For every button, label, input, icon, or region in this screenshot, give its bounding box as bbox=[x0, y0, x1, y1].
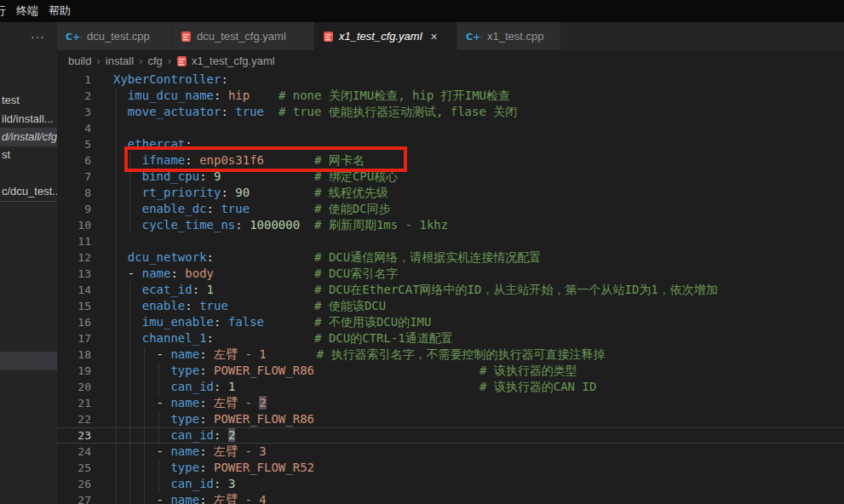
code-line-3[interactable]: 3 move_actuator: true # true 使能执行器运动测试, … bbox=[57, 104, 844, 120]
breadcrumb[interactable]: build›install›cfg›x1_test_cfg.yaml bbox=[57, 50, 844, 72]
code-line-22[interactable]: 22 type: POWER_FLOW_R86 bbox=[57, 411, 844, 427]
token-p: : bbox=[221, 186, 235, 199]
breadcrumb-item-install[interactable]: install bbox=[106, 54, 134, 67]
tab-x1_test.cpp[interactable]: C++x1_test.cpp bbox=[457, 22, 560, 50]
menu-item-终端[interactable]: 终端 bbox=[16, 3, 38, 19]
token-p: : bbox=[199, 347, 214, 361]
code-text: - name: 左臂 - 1 # 执行器索引名字，不需要控制的执行器可直接注释掉 bbox=[113, 346, 606, 363]
code-line-15[interactable]: 15 enable: true # 使能该DCU bbox=[57, 298, 844, 314]
token-c: # DCU索引名字 bbox=[314, 266, 398, 280]
token-p: : bbox=[199, 493, 214, 504]
breadcrumb-file[interactable]: x1_test_cfg.yaml bbox=[176, 54, 275, 67]
token-k: type bbox=[170, 364, 199, 377]
token-p bbox=[113, 153, 142, 167]
breadcrumb-item-build[interactable]: build bbox=[68, 54, 91, 67]
code-line-24[interactable]: 24 - name: 左臂 - 3 bbox=[57, 444, 844, 460]
token-b: true bbox=[235, 105, 264, 118]
code-line-19[interactable]: 19 type: POWER_FLOW_R86 # 该执行器的类型 bbox=[57, 363, 844, 379]
token-c: # 使能该DCU bbox=[314, 299, 386, 312]
token-n: 3 bbox=[228, 477, 235, 490]
sidebar-list-item[interactable]: test bbox=[0, 92, 57, 109]
token-c: # none 关闭IMU检查, hip 打开IMU检查 bbox=[278, 89, 510, 102]
sidebar-list-item[interactable] bbox=[0, 352, 57, 370]
cpp-file-icon: C++ bbox=[66, 32, 82, 42]
tab-dcu_test_cfg.yaml[interactable]: dcu_test_cfg.yaml bbox=[172, 22, 313, 50]
token-p bbox=[250, 89, 278, 102]
sidebar-list-item[interactable]: ild/install... bbox=[0, 111, 57, 128]
close-tab-icon[interactable]: × bbox=[431, 31, 438, 43]
code-text: - name: body # DCU索引名字 bbox=[113, 266, 398, 282]
tab-x1_test_cfg.yaml[interactable]: x1_test_cfg.yaml× bbox=[314, 22, 456, 50]
token-p bbox=[113, 186, 142, 199]
token-s: enp0s31f6 bbox=[199, 153, 264, 167]
sidebar-list-item[interactable]: c/dcu_test... bbox=[0, 183, 57, 200]
code-area[interactable]: 1XyberController:2 imu_dcu_name: hip # n… bbox=[57, 72, 844, 504]
token-p bbox=[113, 380, 170, 393]
token-p: : bbox=[185, 153, 199, 167]
code-text: dcu_network: # DCU通信网络，请根据实机连接情况配置 bbox=[113, 249, 541, 266]
code-line-7[interactable]: 7 bind_cpu: 9 # 绑定CPU核心 bbox=[57, 169, 844, 185]
code-line-21[interactable]: 21 - name: 左臂 - 2 bbox=[57, 395, 844, 411]
line-number: 20 bbox=[57, 379, 91, 395]
code-line-27[interactable]: 27 - name: 左臂 - 4 bbox=[57, 492, 844, 504]
menu-item-帮助[interactable]: 帮助 bbox=[49, 3, 71, 19]
code-line-4[interactable]: 4 bbox=[57, 120, 844, 136]
code-line-26[interactable]: 26 can_id: 3 bbox=[57, 476, 844, 492]
code-line-25[interactable]: 25 type: POWER_FLOW_R52 bbox=[57, 460, 844, 476]
code-line-18[interactable]: 18 - name: 左臂 - 1 # 执行器索引名字，不需要控制的执行器可直接… bbox=[57, 346, 844, 363]
breadcrumb-item-cfg[interactable]: cfg bbox=[147, 54, 162, 67]
yaml-file-icon bbox=[181, 31, 192, 43]
line-number: 2 bbox=[57, 88, 91, 104]
code-line-1[interactable]: 1XyberController: bbox=[57, 72, 844, 88]
cpp-file-icon: C++ bbox=[466, 32, 482, 42]
code-text: - name: 左臂 - 3 bbox=[113, 444, 267, 460]
code-line-12[interactable]: 12 dcu_network: # DCU通信网络，请根据实机连接情况配置 bbox=[57, 249, 844, 266]
token-p bbox=[300, 218, 314, 232]
tab-label: dcu_test.cpp bbox=[87, 30, 150, 43]
code-line-17[interactable]: 17 channel_1: # DCU的CTRL-1通道配置 bbox=[57, 330, 844, 346]
menu-item-行[interactable]: 行 bbox=[0, 3, 6, 19]
code-line-6[interactable]: 6 ifname: enp0s31f6 # 网卡名 bbox=[57, 152, 844, 169]
code-line-20[interactable]: 20 can_id: 1 # 该执行器的CAN ID bbox=[57, 379, 844, 395]
breadcrumb-separator-icon: › bbox=[96, 54, 100, 67]
code-line-11[interactable]: 11 bbox=[57, 233, 844, 249]
token-k: ecat_id bbox=[142, 283, 192, 296]
editor-pane: build›install›cfg›x1_test_cfg.yaml 1Xybe… bbox=[57, 50, 844, 504]
code-line-5[interactable]: 5 ethercat: bbox=[57, 136, 844, 152]
line-number: 10 bbox=[57, 217, 91, 233]
code-line-9[interactable]: 9 enable_dc: true # 使能DC同步 bbox=[57, 201, 844, 217]
sidebar-separator bbox=[0, 201, 57, 202]
line-number: 1 bbox=[57, 72, 91, 88]
token-p bbox=[221, 169, 314, 183]
token-c: # 绑定CPU核心 bbox=[314, 169, 398, 183]
code-line-2[interactable]: 2 imu_dcu_name: hip # none 关闭IMU检查, hip … bbox=[57, 88, 844, 104]
token-c: # true 使能执行器运动测试, flase 关闭 bbox=[278, 105, 517, 118]
token-b: true bbox=[221, 202, 250, 215]
token-p: : bbox=[185, 299, 199, 312]
token-k: imu_dcu_name bbox=[128, 89, 214, 102]
code-text: enable_dc: true # 使能DC同步 bbox=[113, 201, 391, 217]
code-line-10[interactable]: 10 cycle_time_ns: 1000000 # 刷新周期1ms - 1k… bbox=[57, 217, 844, 233]
token-p bbox=[113, 461, 170, 474]
token-s: POWER_FLOW_R86 bbox=[214, 364, 314, 377]
code-line-23[interactable]: 23 can_id: 2 bbox=[57, 427, 844, 444]
token-p: : bbox=[214, 315, 228, 329]
token-p bbox=[113, 283, 142, 296]
token-c: # 不使用该DCU的IMU bbox=[314, 315, 431, 329]
token-c: # 执行器索引名字，不需要控制的执行器可直接注释掉 bbox=[317, 347, 606, 361]
code-line-8[interactable]: 8 rt_priority: 90 # 线程优先级 bbox=[57, 185, 844, 201]
code-text: ecat_id: 1 # DCU在EtherCAT网络中的ID，从主站开始，第一… bbox=[113, 282, 718, 298]
sidebar-list-item[interactable]: d/install/cfg bbox=[0, 128, 57, 146]
line-number: 16 bbox=[57, 314, 91, 330]
code-line-13[interactable]: 13 - name: body # DCU索引名字 bbox=[57, 266, 844, 282]
tab-dcu_test.cpp[interactable]: C++dcu_test.cpp bbox=[57, 22, 171, 50]
tab-overflow-button[interactable]: ··· bbox=[0, 22, 57, 50]
token-k: channel_1 bbox=[142, 331, 207, 345]
code-line-16[interactable]: 16 imu_enable: false # 不使用该DCU的IMU bbox=[57, 314, 844, 330]
token-k: XyberController bbox=[113, 72, 221, 86]
code-text: can_id: 2 bbox=[113, 428, 235, 443]
code-text: type: POWER_FLOW_R86 # 该执行器的类型 bbox=[113, 363, 577, 379]
token-s: 左臂 - 3 bbox=[214, 444, 267, 458]
code-line-14[interactable]: 14 ecat_id: 1 # DCU在EtherCAT网络中的ID，从主站开始… bbox=[57, 282, 844, 298]
sidebar-list-item[interactable]: st bbox=[0, 146, 57, 163]
